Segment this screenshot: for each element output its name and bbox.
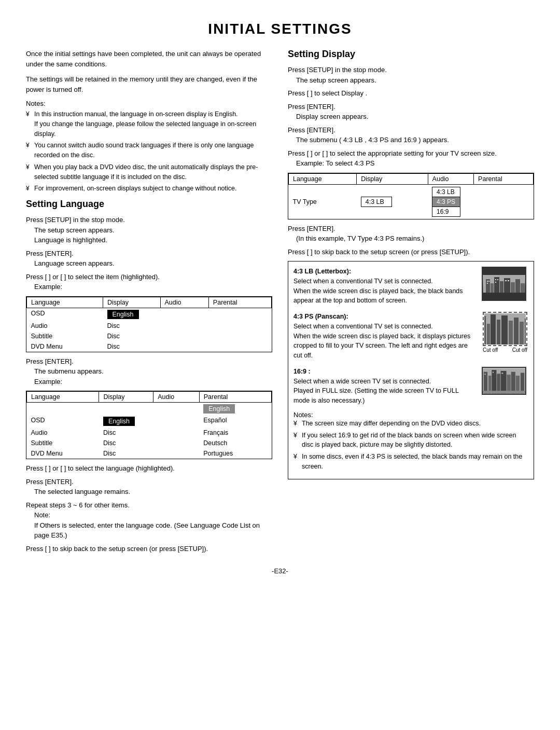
cut-off-left: Cut off <box>483 347 498 353</box>
tv-type-dropdown: 4:3 LB <box>361 197 392 207</box>
disp-step-2-text: Press [ ] to select Display . <box>288 89 367 97</box>
notes-list: In this instruction manual, the language… <box>26 109 272 194</box>
language-table-2: Language Display Audio Parental English … <box>26 391 272 459</box>
disp-step-1: Press [SETUP] in the stop mode. The setu… <box>288 65 534 85</box>
ps-title: 4:3 PS (Panscan): <box>293 313 348 320</box>
step-1: Press [SETUP] in the stop mode. The setu… <box>26 215 272 245</box>
disp-step-7-text: Press [ ] to skip back to the setup scre… <box>288 248 470 256</box>
lb-tv-screen <box>482 267 526 301</box>
display-notes-list: The screen size may differ depending on … <box>293 419 528 472</box>
subtitle-value: Disc <box>103 331 272 341</box>
subtitle2-submenu: Deutsch <box>199 438 271 448</box>
svg-rect-9 <box>487 281 488 282</box>
table2-row-dvdmenu: DVD Menu Disc Portugues <box>27 448 272 459</box>
audio-value: Disc <box>103 321 272 331</box>
disp-step-3: Press [ENTER]. Display screen appears. <box>288 102 534 122</box>
col2-parental: Parental <box>199 392 271 403</box>
table2-submenu-row: English <box>27 403 272 416</box>
lb-city <box>483 275 525 293</box>
tv-type-options-cell: 4:3 LB 4:3 PS 16:9 <box>428 184 533 219</box>
disp-step-7: Press [ ] to skip back to the setup scre… <box>288 247 534 257</box>
col2-display: Display <box>99 392 153 403</box>
svg-rect-14 <box>495 282 496 283</box>
169-description-row: 16:9 : Select when a wide screen TV set … <box>293 367 528 406</box>
table2-row-osd: OSD English Español <box>27 415 272 428</box>
svg-rect-40 <box>483 391 525 393</box>
step-2-sub: Language screen appears. <box>26 258 272 269</box>
col2-language: Language <box>27 392 99 403</box>
disp-step-1-text: Press [SETUP] in the stop mode. <box>288 66 387 74</box>
table2-submenu-header: English <box>199 403 271 416</box>
ps-tv-screen <box>483 312 527 346</box>
table2: Language Display Audio Parental English … <box>26 391 272 459</box>
step-2-text: Press [ENTER]. <box>26 250 74 257</box>
svg-rect-8 <box>521 283 525 293</box>
169-text: 16:9 : Select when a wide screen TV set … <box>293 367 477 406</box>
display-table-header: Language Display Audio Parental <box>289 173 534 184</box>
svg-rect-28 <box>484 371 487 393</box>
cut-off-labels: Cut off Cut off <box>483 347 527 353</box>
svg-rect-21 <box>497 320 500 345</box>
disp-col-display: Display <box>357 173 428 184</box>
disp-step-4-text: Press [ENTER]. <box>288 126 335 134</box>
ps-description-row: 4:3 PS (Panscan): Select when a conventi… <box>293 312 528 361</box>
col-parental: Parental <box>208 297 271 308</box>
svg-rect-13 <box>497 279 498 280</box>
tv-type-label: TV Type <box>289 184 357 219</box>
lb-diagram <box>482 267 528 301</box>
svg-rect-25 <box>520 322 524 345</box>
page-title: INITIAL SETTINGS <box>26 21 534 37</box>
169-description-section: 16:9 : Select when a wide screen TV set … <box>293 367 528 406</box>
disp-step-6-text: Press [ENTER]. <box>288 225 335 232</box>
svg-rect-24 <box>514 318 519 345</box>
intro-para2: The settings will be retained in the mem… <box>26 74 272 94</box>
footer: -E32- <box>26 567 534 575</box>
lb-text: 4:3 LB (Letterbox): Select when a conven… <box>293 267 477 306</box>
step-2: Press [ENTER]. Language screen appears. <box>26 249 272 269</box>
subtitle2-label: Subtitle <box>27 438 99 448</box>
audio-label: Audio <box>27 321 103 331</box>
table2-spacer3 <box>153 403 200 416</box>
lb-title: 4:3 LB (Letterbox): <box>293 268 351 275</box>
disp-step-3-sub: Display screen appears. <box>288 112 534 122</box>
table1: Language Display Audio Parental OSD Engl… <box>26 297 272 352</box>
page-number: -E32- <box>272 567 288 575</box>
setting-language-heading: Setting Language <box>26 199 272 210</box>
cut-off-right: Cut off <box>512 347 527 353</box>
table1-header: Language Display Audio Parental <box>27 297 272 308</box>
table1-row-subtitle: Subtitle Disc <box>27 331 272 341</box>
dvdmenu-label: DVD Menu <box>27 341 103 352</box>
step-6-sub: The selected language remains. <box>26 487 272 497</box>
step-5: Press [ ] or [ ] to select the language … <box>26 463 272 474</box>
disp-step-6-sub: (In this example, TV Type 4:3 PS remains… <box>288 233 534 244</box>
svg-rect-18 <box>484 316 486 345</box>
table2-spacer2 <box>99 403 153 416</box>
table1-row-dvdmenu: DVD Menu Disc <box>27 341 272 352</box>
step-3-text: Press [ ] or [ ] to select the item (hig… <box>26 273 160 281</box>
note-item: For improvement, on-screen displays subj… <box>26 184 272 194</box>
step-5-text: Press [ ] or [ ] to select the language … <box>26 464 175 472</box>
svg-rect-32 <box>501 371 507 394</box>
disp-step-5: Press [ ] or [ ] to select the appropria… <box>288 148 534 169</box>
display-table-inner: Language Display Audio Parental TV Type … <box>288 173 534 219</box>
svg-rect-2 <box>491 283 494 293</box>
lb-top-bar <box>483 268 525 275</box>
svg-rect-19 <box>487 324 490 345</box>
svg-rect-12 <box>495 279 496 280</box>
lb-description-row: 4:3 LB (Letterbox): Select when a conven… <box>293 267 528 306</box>
table2-header: Language Display Audio Parental <box>27 392 272 403</box>
display-steps-after: Press [ENTER]. (In this example, TV Type… <box>288 224 534 257</box>
disp-step-1-sub: The setup screen appears. <box>288 75 534 86</box>
step-8: Press [ ] to skip back to the setup scre… <box>26 544 272 554</box>
intro-para1: Once the initial settings have been comp… <box>26 49 272 69</box>
disp-step-3-text: Press [ENTER]. <box>288 103 335 111</box>
dvdmenu2-submenu: Portugues <box>199 448 271 459</box>
step-1-sub: The setup screen appears.Language is hig… <box>26 225 272 245</box>
ps-text: 4:3 PS (Panscan): Select when a conventi… <box>293 312 477 361</box>
col-audio: Audio <box>160 297 208 308</box>
svg-rect-33 <box>507 375 510 393</box>
svg-rect-20 <box>491 314 496 345</box>
svg-rect-37 <box>485 374 486 375</box>
disp-step-5-sub: Example: To select 4:3 PS <box>288 158 534 169</box>
note-item: When you play back a DVD video disc, the… <box>26 162 272 182</box>
